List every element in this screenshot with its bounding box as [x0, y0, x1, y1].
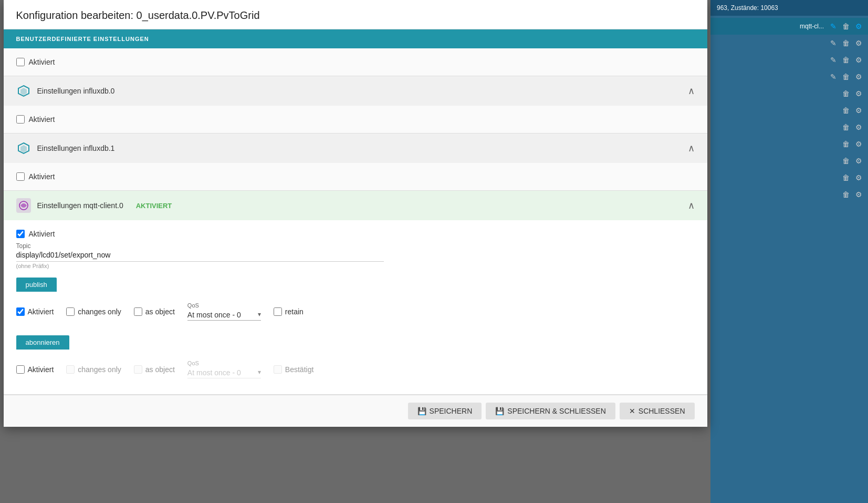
activated-badge: AKTIVIERT: [136, 202, 172, 210]
checkbox-top-label: Aktiviert: [29, 58, 55, 66]
chevron-up-icon-mqtt: ∧: [688, 200, 695, 211]
gear-icon-1[interactable]: ⚙: [853, 38, 864, 48]
section-influxdb0-body: Aktiviert: [4, 106, 707, 133]
checkbox-row-influxdb1: Aktiviert: [16, 172, 695, 181]
section-mqtt0: Einstellungen mqtt-client.0 AKTIVIERT ∧ …: [4, 191, 707, 395]
modal-content: Aktiviert Einstellungen influxdb.0: [4, 48, 707, 395]
section-influxdb1-header[interactable]: Einstellungen influxdb.1 ∧: [4, 134, 707, 163]
save-icon: 💾: [417, 407, 426, 415]
publish-aktiviert-label: Aktiviert: [28, 307, 54, 316]
sidebar-row-7: 🗑 ⚙: [710, 136, 868, 152]
close-button[interactable]: ✕ SCHLIESSEN: [620, 403, 695, 419]
trash-icon[interactable]: 🗑: [841, 21, 851, 32]
subscribe-qos-group: QoS At most once - 0 At least once - 1 E…: [187, 360, 261, 378]
edit-icon-1[interactable]: ✎: [828, 38, 839, 48]
gear-icon-7[interactable]: ⚙: [853, 139, 864, 149]
section-influxdb0-header-left: Einstellungen influxdb.0: [16, 84, 115, 98]
trash-icon-5[interactable]: 🗑: [841, 105, 851, 116]
save-close-icon: 💾: [495, 407, 504, 415]
subscribe-bestaetigt-label: Bestätigt: [285, 365, 313, 374]
subscribe-bestaetigt-checkbox[interactable]: [274, 365, 282, 374]
gear-icon[interactable]: ⚙: [853, 21, 864, 32]
trash-icon-6[interactable]: 🗑: [841, 122, 851, 132]
publish-aktiviert-item: Aktiviert: [16, 307, 54, 316]
checkbox-row-influxdb0: Aktiviert: [16, 115, 695, 124]
checkbox-top-aktiviert[interactable]: [16, 58, 25, 66]
subscribe-tab-bar: abonnieren: [16, 335, 695, 350]
subscribe-aktiviert-label: Aktiviert: [28, 365, 54, 374]
section-influxdb1: Einstellungen influxdb.1 ∧ Aktiviert: [4, 134, 707, 191]
section-influxdb1-title: Einstellungen influxdb.1: [37, 144, 115, 152]
gear-icon-2[interactable]: ⚙: [853, 55, 864, 65]
influx-icon-1: [16, 141, 31, 156]
section-influxdb0: Einstellungen influxdb.0 ∧ Aktiviert: [4, 76, 707, 134]
subscribe-as-object-item: as object: [134, 365, 175, 374]
publish-qos-select[interactable]: At most once - 0 At least once - 1 Exact…: [187, 310, 261, 321]
svg-marker-1: [20, 88, 27, 95]
sidebar-item-label: mqtt-cl...: [800, 23, 824, 30]
right-sidebar: 963, Zustände: 10063 mqtt-cl... ✎ 🗑 ⚙ ✎ …: [710, 0, 868, 503]
subscribe-options-row: Aktiviert changes only as object QoS: [16, 354, 695, 385]
publish-qos-label: QoS: [187, 302, 261, 309]
publish-aktiviert-checkbox[interactable]: [16, 307, 25, 316]
subscribe-qos-select[interactable]: At most once - 0 At least once - 1 Exact…: [187, 367, 261, 378]
subscribe-changes-only-label: changes only: [78, 365, 121, 374]
checkbox-influxdb0-aktiviert[interactable]: [16, 115, 25, 124]
subscribe-tab-button[interactable]: abonnieren: [16, 335, 69, 350]
save-close-button[interactable]: 💾 SPEICHERN & SCHLIESSEN: [486, 403, 615, 419]
save-button[interactable]: 💾 SPEICHERN: [408, 403, 482, 419]
publish-as-object-label: as object: [145, 307, 175, 316]
section-mqtt0-header[interactable]: Einstellungen mqtt-client.0 AKTIVIERT ∧: [4, 191, 707, 220]
edit-icon[interactable]: ✎: [828, 21, 839, 32]
save-label: SPEICHERN: [430, 407, 473, 415]
gear-icon-10[interactable]: ⚙: [853, 189, 864, 200]
publish-retain-label: retain: [285, 307, 304, 316]
publish-changes-only-checkbox[interactable]: [66, 307, 75, 316]
trash-icon-7[interactable]: 🗑: [841, 139, 851, 149]
sidebar-row-9: 🗑 ⚙: [710, 169, 868, 186]
sidebar-row-5: 🗑 ⚙: [710, 102, 868, 119]
publish-changes-only-label: changes only: [78, 307, 121, 316]
gear-icon-8[interactable]: ⚙: [853, 156, 864, 166]
subscribe-changes-only-item: changes only: [66, 365, 121, 374]
sidebar-item-mqtt[interactable]: mqtt-cl... ✎ 🗑 ⚙: [710, 18, 868, 35]
checkbox-influxdb1-aktiviert[interactable]: [16, 172, 25, 181]
trash-icon-9[interactable]: 🗑: [841, 172, 851, 183]
gear-icon-3[interactable]: ⚙: [853, 71, 864, 82]
trash-icon-4[interactable]: 🗑: [841, 88, 851, 99]
trash-icon-1[interactable]: 🗑: [841, 38, 851, 48]
subscribe-changes-only-checkbox[interactable]: [66, 365, 75, 374]
trash-icon-8[interactable]: 🗑: [841, 156, 851, 166]
subscribe-as-object-label: as object: [145, 365, 175, 374]
publish-changes-only-item: changes only: [66, 307, 121, 316]
publish-options-row: Aktiviert changes only as object QoS: [16, 296, 695, 327]
topic-field-group: Topic display/lcd01/set/export_now (ohne…: [16, 242, 695, 269]
gear-icon-4[interactable]: ⚙: [853, 88, 864, 99]
checkbox-mqtt0-label: Aktiviert: [29, 230, 55, 238]
trash-icon-2[interactable]: 🗑: [841, 55, 851, 65]
gear-icon-5[interactable]: ⚙: [853, 105, 864, 116]
publish-as-object-checkbox[interactable]: [134, 307, 142, 316]
publish-tab-button[interactable]: publish: [16, 278, 57, 292]
publish-retain-checkbox[interactable]: [274, 307, 282, 316]
publish-retain-item: retain: [274, 307, 304, 316]
gear-icon-6[interactable]: ⚙: [853, 122, 864, 132]
section-header: BENUTZERDEFINIERTE EINSTELLUNGEN: [4, 29, 707, 48]
subscribe-qos-wrapper: At most once - 0 At least once - 1 Exact…: [187, 367, 261, 378]
checkbox-mqtt0-aktiviert[interactable]: [16, 230, 25, 238]
influx-icon-0: [16, 84, 31, 98]
trash-icon-10[interactable]: 🗑: [841, 189, 851, 200]
trash-icon-3[interactable]: 🗑: [841, 71, 851, 82]
section-influxdb0-header[interactable]: Einstellungen influxdb.0 ∧: [4, 76, 707, 106]
section-mqtt0-body: Aktiviert Topic display/lcd01/set/export…: [4, 220, 707, 394]
section-influxdb0-title: Einstellungen influxdb.0: [37, 87, 115, 95]
gear-icon-9[interactable]: ⚙: [853, 172, 864, 183]
edit-icon-3[interactable]: ✎: [828, 71, 839, 82]
section-top-body: Aktiviert: [4, 48, 707, 76]
checkbox-influxdb0-label: Aktiviert: [29, 115, 55, 124]
edit-icon-2[interactable]: ✎: [828, 55, 839, 65]
subscribe-aktiviert-checkbox[interactable]: [16, 365, 25, 374]
subscribe-as-object-checkbox[interactable]: [134, 365, 142, 374]
mqtt-icon-0: [16, 198, 31, 213]
sidebar-row-1: ✎ 🗑 ⚙: [710, 35, 868, 52]
